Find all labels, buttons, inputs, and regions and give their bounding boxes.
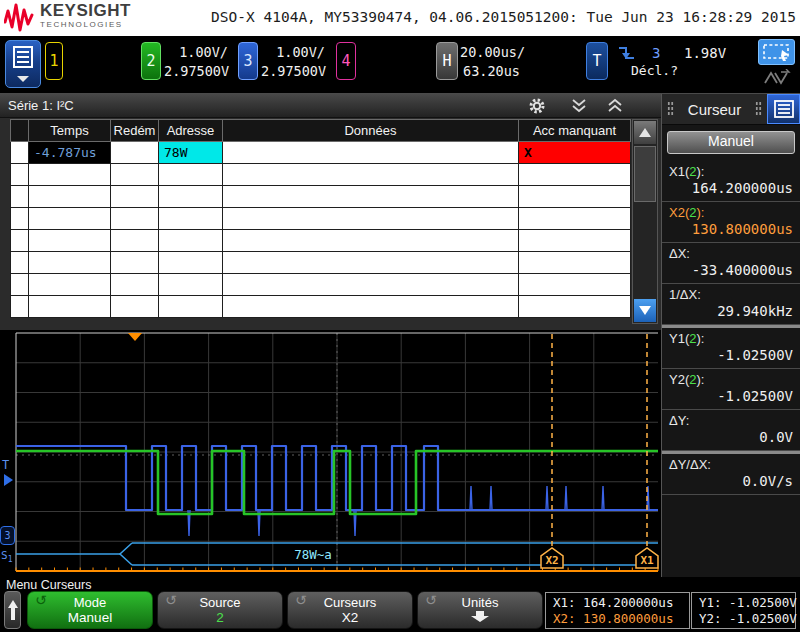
y1-readout: Y1: -1.02500V bbox=[699, 595, 788, 611]
measurement-inv-delta-x: 1/ΔX: 29.940kHz bbox=[662, 284, 800, 325]
channel-2-readout: 1.00V/ 2.97500V bbox=[164, 43, 228, 81]
back-up-button[interactable] bbox=[4, 591, 21, 629]
trace-spike bbox=[470, 486, 472, 510]
table-row-empty bbox=[11, 252, 631, 274]
brand-name: KEYSIGHT bbox=[40, 2, 131, 20]
channel-4-button[interactable]: 4 bbox=[336, 42, 356, 80]
zone-qualify-button[interactable] bbox=[760, 67, 793, 89]
scroll-up-button[interactable] bbox=[634, 121, 656, 144]
svg-text:X2: X2 bbox=[545, 554, 558, 567]
cell-temps: -4.787us bbox=[29, 142, 111, 164]
trace-spike bbox=[546, 486, 548, 510]
cursor-panel-header[interactable]: Curseur bbox=[662, 94, 800, 125]
table-header-row: Temps Redém Adresse Données Acc manquant bbox=[11, 120, 631, 142]
softkey-bar: Menu Curseurs ↺ Mode Manuel ↺ Source 2 ↺… bbox=[0, 577, 800, 632]
x2-readout: X2: 130.800000us bbox=[553, 611, 682, 627]
col-index bbox=[11, 120, 29, 142]
drag-grip-icon bbox=[755, 101, 762, 117]
trigger-level-marker-icon[interactable] bbox=[4, 474, 13, 486]
cursor-panel-title: Curseur bbox=[679, 101, 750, 118]
cycle-icon: ↺ bbox=[425, 592, 437, 608]
scroll-down-button[interactable] bbox=[634, 299, 656, 322]
expand-panel-button[interactable] bbox=[602, 97, 628, 115]
trigger-button[interactable]: T bbox=[586, 42, 608, 80]
waveform-plot: 78W~aX2X1 bbox=[0, 330, 661, 577]
cycle-icon: ↺ bbox=[295, 592, 307, 608]
measurement-delta-y: ΔY: 0.0V bbox=[662, 410, 800, 451]
horizontal-delay: 63.20us bbox=[460, 62, 520, 81]
trigger-status: Décl.? bbox=[631, 63, 678, 78]
table-scrollbar[interactable] bbox=[632, 119, 658, 324]
col-redem: Redém bbox=[111, 120, 159, 142]
waveform-display: 78W~aX2X1 T 3 S1 bbox=[0, 330, 661, 577]
table-row-empty bbox=[11, 230, 631, 252]
table-row-empty bbox=[11, 274, 631, 296]
table-row-empty bbox=[11, 186, 631, 208]
selection-tool-button[interactable] bbox=[758, 39, 795, 65]
serial-decode-panel: Série 1: I²C bbox=[0, 94, 661, 330]
settings-button[interactable] bbox=[524, 97, 550, 115]
channel-2-offset: 2.97500V bbox=[164, 62, 228, 81]
menu-list-icon bbox=[773, 99, 795, 119]
cursor-panel: Curseur Manuel X1(2): 164.200000us X2(2)… bbox=[661, 94, 800, 577]
down-arrow-icon bbox=[469, 610, 491, 623]
horizontal-button[interactable]: H bbox=[436, 42, 458, 80]
trace-spike bbox=[490, 486, 492, 510]
col-acc: Acc manquant bbox=[519, 120, 631, 142]
channel-3-scale: 1.00V/ bbox=[261, 43, 325, 62]
col-donnees: Données bbox=[223, 120, 519, 142]
table-row-empty bbox=[11, 208, 631, 230]
trigger-time-marker-icon[interactable] bbox=[128, 333, 142, 341]
brand-sub: TECHNOLOGIES bbox=[40, 20, 131, 29]
chevron-double-up-icon bbox=[606, 98, 624, 114]
measurement-x2: X2(2): 130.800000us bbox=[662, 202, 800, 243]
table-row[interactable]: -4.787us 78W X bbox=[11, 142, 631, 164]
oscilloscope-screen: KEYSIGHT TECHNOLOGIES DSO-X 4104A, MY533… bbox=[0, 0, 800, 632]
gear-icon bbox=[529, 98, 545, 114]
trace-spike bbox=[565, 486, 567, 510]
bus-decode-label: 78W~a bbox=[294, 547, 332, 562]
channel-3-button[interactable]: 3 bbox=[238, 42, 258, 80]
trace-spike bbox=[602, 486, 604, 510]
channel-1-button[interactable]: 1 bbox=[45, 42, 63, 80]
measurement-x1: X1(2): 164.200000us bbox=[662, 161, 800, 202]
horizontal-scale: 20.00us/ bbox=[460, 43, 520, 62]
channel-3-ground-marker[interactable]: 3 bbox=[0, 526, 15, 545]
softkey-mode[interactable]: ↺ Mode Manuel bbox=[27, 591, 153, 629]
y-cursor-readout: Y1: -1.02500V Y2: -1.02500V bbox=[691, 592, 796, 629]
measurement-y1: Y1(2): -1.02500V bbox=[662, 325, 800, 369]
x1-readout: X1: 164.200000us bbox=[553, 595, 682, 611]
softkey-cursors[interactable]: ↺ Curseurs X2 bbox=[287, 591, 413, 629]
falling-edge-icon bbox=[618, 44, 636, 62]
softkey-menu-title: Menu Curseurs bbox=[6, 578, 91, 592]
up-arrow-icon bbox=[7, 598, 19, 622]
serial-panel-header: Série 1: I²C bbox=[0, 94, 661, 118]
main-menu-button[interactable] bbox=[5, 40, 41, 88]
channel-2-scale: 1.00V/ bbox=[164, 43, 228, 62]
status-bar: 1 2 1.00V/ 2.97500V 3 1.00V/ 2.97500V 4 … bbox=[0, 36, 800, 94]
top-header: KEYSIGHT TECHNOLOGIES DSO-X 4104A, MY533… bbox=[0, 0, 800, 36]
drag-grip-icon bbox=[667, 101, 674, 117]
serial-1-marker: S1 bbox=[1, 549, 12, 564]
measurement-delta-x: ΔX: -33.400000us bbox=[662, 243, 800, 284]
x-cursor-readout: X1: 164.200000us X2: 130.800000us bbox=[545, 592, 690, 629]
scrollbar-thumb[interactable] bbox=[634, 146, 656, 202]
hamburger-menu-icon bbox=[6, 41, 40, 87]
channel-2-button[interactable]: 2 bbox=[141, 42, 161, 80]
softkey-units[interactable]: ↺ Unités bbox=[417, 591, 543, 629]
cell-adresse: 78W bbox=[159, 142, 223, 164]
chevron-double-down-icon bbox=[570, 98, 588, 114]
y2-readout: Y2: -1.02500V bbox=[699, 611, 788, 627]
horizontal-readout: 20.00us/ 63.20us bbox=[460, 43, 520, 81]
cursor-menu-button[interactable] bbox=[767, 94, 800, 124]
cell-redem bbox=[111, 142, 159, 164]
selection-rect-icon bbox=[762, 42, 792, 62]
softkey-source[interactable]: ↺ Source 2 bbox=[157, 591, 283, 629]
collapse-panel-button[interactable] bbox=[566, 97, 592, 115]
cycle-icon: ↺ bbox=[35, 592, 47, 608]
cell-acc-manquant: X bbox=[519, 142, 631, 164]
cursor-mode-button[interactable]: Manuel bbox=[667, 131, 795, 154]
measurement-slope: ΔY/ΔX: 0.0V/s bbox=[662, 451, 800, 495]
measurement-y2: Y2(2): -1.02500V bbox=[662, 369, 800, 410]
keysight-logo: KEYSIGHT TECHNOLOGIES bbox=[4, 2, 131, 32]
